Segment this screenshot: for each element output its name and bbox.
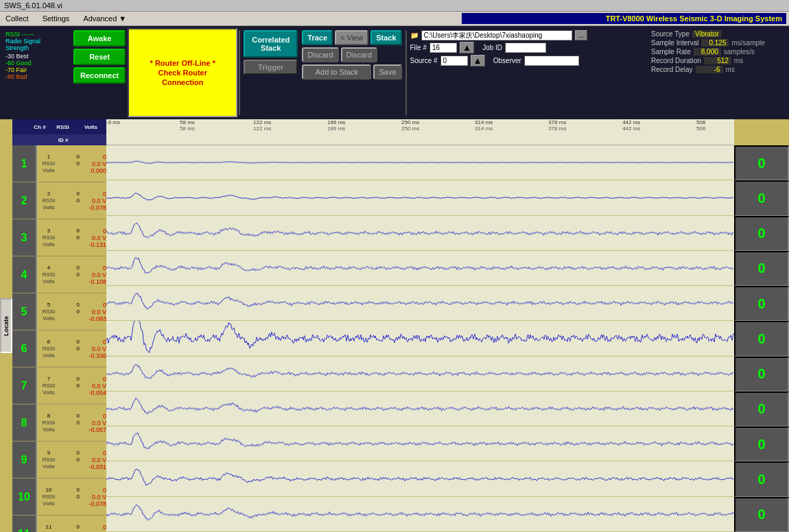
channel-data: 10 0 0 RSSI 0 0.0 V Volts -0.078 — [37, 486, 108, 508]
channel-data: 11 0 0 RSSI 0 0.0 V Volts -0.014 — [37, 523, 108, 533]
right-panel: 00000000000 — [734, 119, 789, 532]
waveform-canvas-4 — [106, 251, 734, 285]
stack-value-box: 0 — [734, 216, 789, 251]
sample-interval-label: Sample Interval — [651, 39, 698, 47]
channel-row: 11 11 0 0 RSSI 0 0.0 V Volts -0.014 — [12, 516, 108, 532]
left-panel: Locate Ch # RSSI Volts ID # 1 1 0 0 RSSI — [0, 119, 106, 532]
view-button[interactable]: < View — [335, 30, 368, 45]
stack-value-box: 0 — [734, 251, 789, 286]
waveform-canvas-7 — [106, 356, 734, 391]
waveform-canvas-11 — [106, 497, 734, 531]
menu-settings[interactable]: Settings — [40, 14, 73, 23]
signal-panel: RSSI ------ Radio Signal Strength -30 Be… — [3, 28, 71, 117]
stack-value-box: 0 — [734, 145, 789, 180]
add-to-stack-button[interactable]: Add to Stack — [302, 64, 371, 80]
file-up-button[interactable]: ▲ — [460, 42, 474, 53]
radio-signal-label: Radio Signal — [5, 38, 69, 45]
channel-data: 2 0 0 RSSI 0 0.0 V Volts -0.078 — [37, 190, 108, 212]
stack-value-box: 0 — [734, 391, 789, 426]
waveform-canvas-6 — [106, 321, 734, 355]
main-content: Locate Ch # RSSI Volts ID # 1 1 0 0 RSSI — [0, 119, 789, 532]
stack-value-box: 0 — [734, 461, 789, 496]
stack-value-box: 0 — [734, 356, 789, 391]
file-number-input[interactable] — [429, 43, 457, 53]
channel-row: 6 6 0 0 RSSI 0 0.0 V Volts -0.336 — [12, 330, 108, 367]
waveform-canvas-5 — [106, 286, 734, 320]
stack-value-box: 0 — [734, 497, 789, 532]
channel-data: 7 0 0 RSSI 0 0.0 V Volts -0.054 — [37, 375, 108, 397]
discard-button-1[interactable]: Discard — [302, 47, 338, 62]
waveform-row — [106, 286, 734, 321]
channel-number-box: 10 — [12, 479, 37, 515]
sample-rate-unit: samples/s — [724, 48, 755, 56]
channel-data: 3 0 0 RSSI 0 0.0 V Volts -0.131 — [37, 227, 108, 249]
waveform-area: -6 ms58 ms58 ms122 ms122 ms186 ms186 ms2… — [106, 119, 734, 532]
waveform-row — [106, 145, 734, 180]
waveform-row — [106, 356, 734, 391]
stack-value-box: 0 — [734, 180, 789, 215]
waveform-row — [106, 461, 734, 496]
toolbar: RSSI ------ Radio Signal Strength -30 Be… — [0, 26, 789, 119]
rssi-val-0: -30 Best — [5, 53, 69, 60]
waveform-rows — [106, 145, 734, 532]
channel-data: 1 0 0 RSSI 0 0.0 V Volts 0.000 — [37, 153, 108, 175]
channel-row: 1 1 0 0 RSSI 0 0.0 V Volts 0.000 — [12, 145, 108, 182]
record-duration-unit: ms — [734, 57, 743, 64]
waveform-canvas-10 — [106, 461, 734, 496]
rssi-val-2: -70 Fair — [5, 66, 69, 73]
id-header: ID # — [12, 134, 108, 145]
correlated-section: Correlated Stack Trigger — [242, 28, 300, 117]
waveform-canvas-8 — [106, 391, 734, 426]
browse-button[interactable]: ... — [575, 30, 587, 40]
discard-button-2[interactable]: Discard — [341, 47, 377, 62]
record-delay-unit: ms — [726, 66, 735, 73]
channel-number-box: 11 — [12, 516, 37, 532]
trace-section: Trace < View Stack Discard Discard Add t… — [300, 28, 403, 117]
record-delay-label: Record Delay — [651, 66, 693, 73]
col-header-ch: Ch # — [30, 124, 50, 130]
job-id-input[interactable] — [505, 43, 546, 53]
observer-input[interactable] — [524, 56, 579, 66]
save-button[interactable]: Save — [373, 64, 401, 80]
channel-row: 5 5 0 0 RSSI 0 0.0 V Volts -0.083 — [12, 293, 108, 330]
locate-button[interactable]: Locate — [0, 298, 12, 353]
source-number-input[interactable] — [440, 56, 468, 66]
sample-info-section: Source Type Vibrator Sample Interval 0.1… — [649, 28, 786, 117]
sample-interval-unit: ms/sample — [731, 39, 764, 47]
channel-number-box: 9 — [12, 442, 37, 478]
stack-button[interactable]: Stack — [370, 30, 401, 45]
file-directory-input[interactable] — [421, 30, 572, 40]
menu-advanced[interactable]: Advanced ▼ — [80, 14, 129, 23]
channel-row: 7 7 0 0 RSSI 0 0.0 V Volts -0.054 — [12, 367, 108, 404]
awake-button[interactable]: Awake — [73, 30, 126, 47]
trigger-button[interactable]: Trigger — [244, 60, 298, 75]
stack-value-box: 0 — [734, 286, 789, 321]
stack-value-box: 0 — [734, 426, 789, 461]
router-msg-1: * Router Off-Line * — [150, 59, 215, 67]
channel-number-box: 2 — [12, 182, 37, 219]
channel-list: Ch # RSSI Volts ID # 1 1 0 0 RSSI 0 0.0 … — [12, 119, 108, 532]
channel-row: 3 3 0 0 RSSI 0 0.0 V Volts -0.131 — [12, 219, 108, 256]
right-header-spacer — [734, 119, 789, 145]
waveform-canvas-2 — [106, 180, 734, 215]
reset-button[interactable]: Reset — [73, 49, 126, 65]
waveform-canvas-9 — [106, 426, 734, 461]
correlated-stack-button[interactable]: Correlated Stack — [244, 30, 298, 58]
waveform-canvas-1 — [106, 145, 734, 180]
channel-number-box: 7 — [12, 367, 37, 404]
device-control-section: Awake Reset Reconnect — [71, 28, 128, 117]
waveform-row — [106, 497, 734, 532]
menu-bar: Collect Settings Advanced ▼ TRT-V8000 Wi… — [0, 12, 789, 26]
source-up-button[interactable]: ▲ — [471, 55, 485, 66]
waveform-row — [106, 251, 734, 286]
record-delay-value: -6 — [696, 66, 723, 73]
menu-collect[interactable]: Collect — [3, 14, 32, 23]
title-text: SWS_6.01.048.vi — [4, 1, 62, 10]
reconnect-button[interactable]: Reconnect — [73, 67, 126, 84]
rssi-label: RSSI ------ — [5, 31, 69, 38]
job-id-label: Job ID — [482, 44, 502, 51]
trace-button[interactable]: Trace — [302, 30, 333, 45]
title-bar: SWS_6.01.048.vi — [0, 0, 789, 12]
channel-data: 6 0 0 RSSI 0 0.0 V Volts -0.336 — [37, 338, 108, 360]
sample-rate-value: 8,000 — [694, 48, 721, 56]
